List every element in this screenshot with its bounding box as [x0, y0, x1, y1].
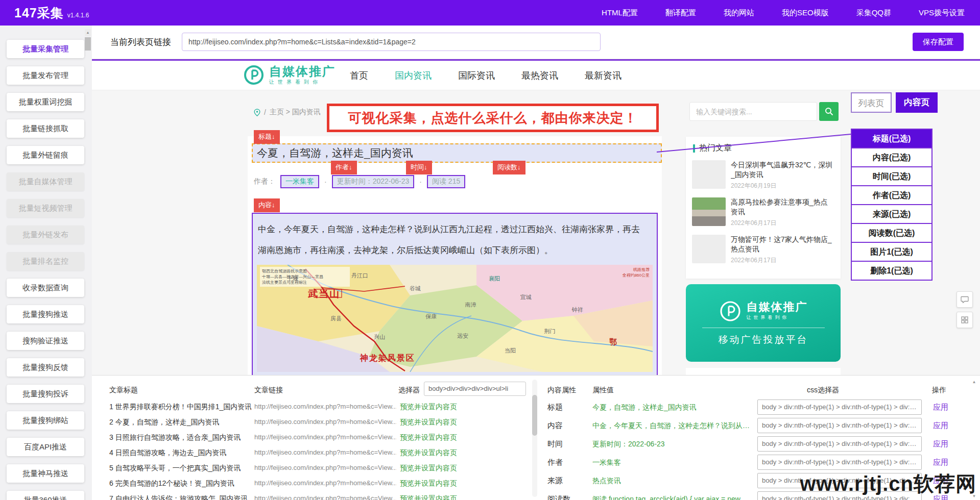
article-title-selection[interactable]: 今夏，自驾游，这样走_国内资讯 — [252, 143, 662, 163]
field-button[interactable]: 图片1(已选) — [851, 242, 933, 262]
list-item[interactable]: 万物皆可炸！这7家人气炸物店_热点资讯 2022年06月17日 — [686, 231, 841, 268]
sidebar-item[interactable]: 批量权重词挖掘 — [7, 93, 84, 111]
preview-set-content-link[interactable]: 预览并设置内容页 — [400, 414, 457, 430]
nav-item[interactable]: 最新资讯 — [585, 69, 622, 82]
keyword-search-input[interactable]: 输入关键词搜索... — [689, 102, 817, 121]
preview-set-content-link[interactable]: 预览并设置内容页 — [400, 460, 457, 476]
sidebar-item[interactable]: 批量搜狗绑站 — [7, 411, 84, 430]
preview-set-content-link[interactable]: 预览并设置内容页 — [400, 445, 457, 460]
row-article-title[interactable]: 2 今夏，自驾游，这样走_国内资讯 — [109, 414, 251, 430]
preview-set-content-link[interactable]: 预览并设置内容页 — [400, 491, 457, 500]
row-article-title[interactable]: 1 世界男排联赛积分榜！中国男排1_国内资讯 — [109, 399, 251, 414]
apply-button[interactable]: 应用 — [933, 416, 948, 435]
nav-item[interactable]: 国际资讯 — [458, 69, 495, 82]
field-button[interactable]: 来源(已选) — [851, 204, 933, 224]
sidebar-item[interactable]: 批量搜狗反馈 — [7, 358, 84, 377]
row-article-title[interactable]: 4 日照自驾游攻略，海边去_国内资讯 — [109, 445, 251, 460]
sidebar-item[interactable]: 批量360推送 — [7, 491, 84, 500]
apply-button[interactable]: 应用 — [933, 435, 948, 453]
apply-button[interactable]: 应用 — [933, 453, 948, 471]
sidebar-item[interactable]: 批量神马推送 — [7, 464, 84, 483]
css-selector-input[interactable]: body > div:nth-of-type(1) > div:nth-of-t… — [757, 436, 922, 452]
field-button[interactable]: 时间(已选) — [851, 166, 933, 186]
row-article-link[interactable]: http://feijiseo.com/index.php?m=home&c=V… — [254, 460, 396, 476]
row-article-title[interactable]: 3 日照旅行自驾游攻略，适合亲_国内资讯 — [109, 430, 251, 445]
feedback-button[interactable] — [957, 291, 973, 308]
ad-banner[interactable]: 自媒体推广 让世界看到你 移动广告投放平台 — [686, 284, 841, 362]
marker-title-tag[interactable]: 标题↓ — [254, 130, 280, 144]
content-scrollbar[interactable]: ▲ — [85, 29, 91, 51]
row-article-link[interactable]: http://feijiseo.com/index.php?m=home&c=V… — [254, 399, 396, 414]
qr-grid-button[interactable] — [957, 312, 973, 328]
apply-button[interactable]: 应用 — [933, 398, 948, 416]
sidebar-item[interactable]: 批量采集管理 — [7, 40, 84, 58]
marker-time-tag[interactable]: 时间↓ — [406, 161, 432, 174]
top-menu-item[interactable]: 翻译配置 — [665, 8, 696, 18]
list-selector-input[interactable]: body>div>div>div>div>ul>li — [424, 382, 526, 396]
css-selector-input[interactable]: body > div:nth-of-type(1) > div:nth-of-t… — [757, 455, 922, 470]
views-selection[interactable]: 阅读 215 — [427, 175, 465, 188]
hot-article-title[interactable]: 高原马拉松参赛注意事项_热点资讯 — [731, 197, 834, 217]
page-type-tab[interactable]: 内容页 — [896, 92, 938, 113]
field-button[interactable]: 作者(已选) — [851, 185, 933, 205]
row-article-title[interactable]: 7 自由行达人告诉你：旅游攻略怎_国内资讯 — [109, 491, 251, 500]
sidebar-item[interactable]: 百度API推送 — [7, 438, 84, 456]
sidebar-item[interactable]: 批量链接抓取 — [7, 119, 84, 138]
list-scrollbar-thumb[interactable] — [532, 395, 537, 436]
hot-article-title[interactable]: 今日深圳事气温飙升32℃，深圳_国内资讯 — [731, 160, 834, 180]
nav-item[interactable]: 最热资讯 — [521, 69, 558, 82]
marker-content-tag[interactable]: 内容↓ — [254, 198, 280, 212]
sidebar-item[interactable]: 批量外链留痕 — [7, 146, 84, 164]
list-item[interactable]: 今日深圳事气温飙升32℃，深圳_国内资讯 2022年06月19日 — [686, 157, 841, 194]
field-button[interactable]: 删除1(已选) — [851, 261, 933, 281]
author-selection[interactable]: 一米集客 — [280, 175, 319, 188]
row-article-link[interactable]: http://feijiseo.com/index.php?m=home&c=V… — [254, 491, 396, 500]
row-article-title[interactable]: 6 完美自驾游的12个秘诀！资_国内资讯 — [109, 476, 251, 491]
sidebar-item[interactable]: 批量搜狗投诉 — [7, 385, 84, 403]
top-menu-item[interactable]: 我的网站 — [724, 8, 754, 18]
sidebar-item[interactable]: 批量发布管理 — [7, 66, 84, 85]
time-selection[interactable]: 更新时间：2022-06-23 — [332, 175, 415, 188]
hot-article-title[interactable]: 万物皆可炸！这7家人气炸物店_热点资讯 — [731, 235, 834, 254]
header-accent-bar — [693, 144, 695, 153]
top-menu-item[interactable]: VPS拨号设置 — [919, 8, 965, 18]
preview-set-content-link[interactable]: 预览并设置内容页 — [400, 399, 457, 414]
field-button[interactable]: 内容(已选) — [851, 147, 933, 167]
preview-set-content-link[interactable]: 预览并设置内容页 — [400, 476, 457, 491]
sidebar-item[interactable]: 批量自媒体管理 — [7, 172, 84, 191]
preview-set-content-link[interactable]: 预览并设置内容页 — [400, 430, 457, 445]
sidebar-item[interactable]: 批量外链发布 — [7, 226, 84, 244]
save-config-button[interactable]: 保存配置 — [913, 33, 964, 51]
nav-item[interactable]: 国内资讯 — [395, 69, 432, 82]
top-menu-item[interactable]: HTML配置 — [602, 8, 638, 18]
css-selector-input[interactable]: body > div:nth-of-type(1) > div:nth-of-t… — [757, 399, 922, 415]
css-selector-input[interactable]: body > div:nth-of-type(1) > div:nth-of-t… — [757, 418, 922, 433]
list-url-input[interactable]: http://feijiseo.com/index.php?m=home&c=L… — [182, 33, 601, 51]
search-button[interactable] — [819, 102, 839, 121]
marker-views-tag[interactable]: 阅读数↓ — [493, 161, 525, 174]
row-article-link[interactable]: http://feijiseo.com/index.php?m=home&c=V… — [254, 414, 396, 430]
row-article-link[interactable]: http://feijiseo.com/index.php?m=home&c=V… — [254, 476, 396, 491]
breadcrumb-path[interactable]: 主页 > 国内资讯 — [270, 108, 321, 117]
sidebar-item[interactable]: 批量排名监控 — [7, 252, 84, 270]
scroll-up-icon[interactable]: ▲ — [85, 29, 91, 36]
site-logo[interactable]: 自媒体推广 让世界看到你 — [243, 64, 336, 86]
field-button[interactable]: 阅读数(已选) — [851, 223, 933, 243]
list-item[interactable]: 高原马拉松参赛注意事项_热点资讯 2022年06月17日 — [686, 194, 841, 231]
sidebar-item[interactable]: 收录数据查询 — [7, 279, 84, 297]
top-menu-item[interactable]: 采集QQ群 — [856, 8, 891, 18]
article-content-selection[interactable]: 中金，今年夏天，自驾游，这种走怎样？说到从江西九江起程，透过江西始兴、往湖南张家… — [252, 213, 658, 375]
field-button[interactable]: 标题(已选) — [851, 129, 933, 148]
sidebar-item[interactable]: 搜狗验证推送 — [7, 332, 84, 350]
row-article-link[interactable]: http://feijiseo.com/index.php?m=home&c=V… — [254, 445, 396, 460]
page-type-tab[interactable]: 列表页 — [851, 92, 892, 113]
row-article-title[interactable]: 5 自驾攻略平头哥，一个把真实_国内资讯 — [109, 460, 251, 476]
scrollbar-thumb[interactable] — [85, 37, 91, 51]
nav-item[interactable]: 首页 — [350, 69, 368, 82]
scroll-up-icon[interactable]: ▲ — [971, 380, 977, 384]
sidebar-item[interactable]: 批量搜狗推送 — [7, 305, 84, 323]
sidebar-item[interactable]: 批量短视频管理 — [7, 199, 84, 217]
row-article-link[interactable]: http://feijiseo.com/index.php?m=home&c=V… — [254, 430, 396, 445]
top-menu-item[interactable]: 我的SEO模版 — [782, 8, 829, 18]
marker-author-tag[interactable]: 作者↓ — [331, 161, 357, 174]
